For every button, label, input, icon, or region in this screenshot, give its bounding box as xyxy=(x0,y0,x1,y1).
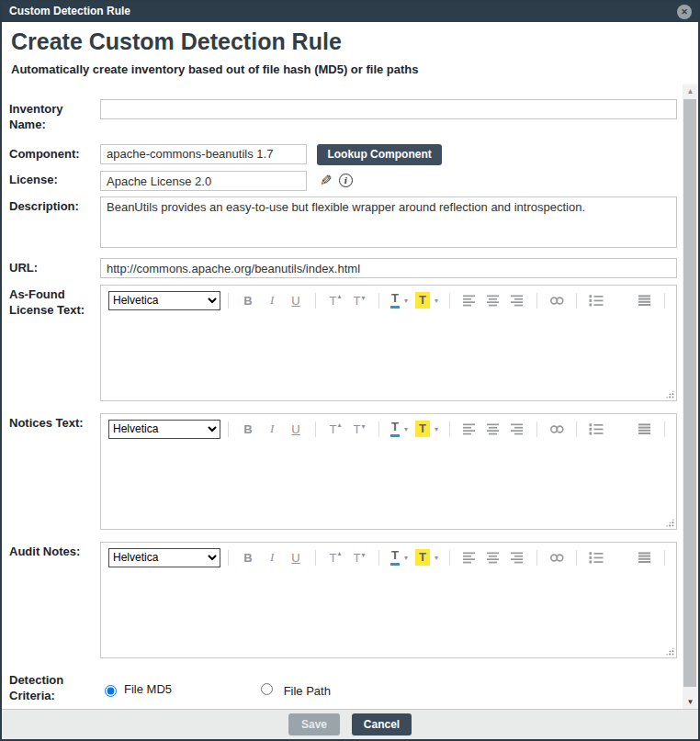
ordered-list-icon xyxy=(589,423,604,435)
dialog-titlebar: Custom Detection Rule ✕ xyxy=(2,2,698,22)
align-left-button[interactable] xyxy=(460,420,479,438)
save-button[interactable]: Save xyxy=(288,713,340,735)
scroll-up-icon[interactable]: ▲ xyxy=(683,87,698,95)
edit-license-icon[interactable]: ✎ xyxy=(320,172,332,189)
font-size-decrease-button[interactable]: T▾ xyxy=(350,291,368,309)
ordered-list-button[interactable] xyxy=(587,291,605,309)
align-right-button[interactable] xyxy=(508,420,526,438)
toolbar-divider xyxy=(664,550,665,566)
as-found-license-text-editable-area[interactable] xyxy=(101,315,676,400)
align-left-button[interactable] xyxy=(460,548,479,567)
align-center-icon xyxy=(487,552,501,564)
scroll-down-icon[interactable]: ▼ xyxy=(683,698,698,706)
detection-criteria-row: Detection Criteria: File MD5 File Path xyxy=(9,670,677,704)
ordered-list-button[interactable] xyxy=(587,420,605,438)
link-button[interactable] xyxy=(548,420,566,438)
text-color-icon: T xyxy=(390,421,400,437)
justify-button[interactable] xyxy=(636,548,654,567)
dialog-footer: Save Cancel xyxy=(2,709,698,739)
bold-button[interactable]: B xyxy=(239,548,257,567)
editor-toolbar: Helvetica B I U T▴ T▾ T ▾ T ▾ xyxy=(101,286,676,310)
font-size-increase-button[interactable]: T▴ xyxy=(326,291,344,309)
italic-button[interactable]: I xyxy=(263,291,281,309)
toolbar-divider xyxy=(378,421,379,437)
highlight-color-icon: T xyxy=(415,549,430,566)
inventory-name-label: Inventory Name: xyxy=(9,99,100,133)
cancel-button[interactable]: Cancel xyxy=(352,713,412,735)
align-center-button[interactable] xyxy=(484,420,502,438)
license-input[interactable] xyxy=(100,171,307,191)
close-icon[interactable]: ✕ xyxy=(677,5,692,19)
justify-button[interactable] xyxy=(636,291,654,309)
chevron-down-icon: ▾ xyxy=(435,554,438,562)
bold-button[interactable]: B xyxy=(239,291,257,309)
align-right-button[interactable] xyxy=(508,548,526,567)
scrollbar-thumb[interactable] xyxy=(683,99,696,687)
font-family-select[interactable]: Helvetica xyxy=(108,548,220,567)
align-right-button[interactable] xyxy=(508,291,526,309)
align-left-button[interactable] xyxy=(460,291,479,309)
page-title: Create Custom Detection Rule xyxy=(11,28,689,55)
font-size-decrease-button[interactable]: T▾ xyxy=(350,420,368,438)
font-size-increase-icon: T xyxy=(330,294,337,308)
inventory-name-input[interactable] xyxy=(100,99,677,119)
align-left-icon xyxy=(463,423,477,435)
font-size-increase-icon: T xyxy=(330,551,337,565)
notices-text-editor: Helvetica B I U T▴ T▾ T ▾ T ▾ xyxy=(100,413,677,530)
lookup-component-button[interactable]: Lookup Component xyxy=(317,144,441,165)
audit-notes-editor: Helvetica B I U T▴ T▾ T ▾ T ▾ xyxy=(100,542,677,658)
highlight-color-button[interactable]: T ▾ xyxy=(414,291,439,309)
toolbar-divider xyxy=(449,550,450,566)
dialog-title: Custom Detection Rule xyxy=(9,5,130,17)
ordered-list-icon xyxy=(589,295,604,307)
highlight-color-button[interactable]: T ▾ xyxy=(414,420,439,438)
text-color-button[interactable]: T ▾ xyxy=(390,420,409,438)
toolbar-divider xyxy=(315,421,316,437)
file-path-radio[interactable] xyxy=(261,683,273,695)
as-found-license-text-row: As-Found License Text: Helvetica B I U T… xyxy=(9,285,677,401)
component-input[interactable] xyxy=(100,144,307,164)
as-found-license-text-label: As-Found License Text: xyxy=(9,285,100,401)
font-size-decrease-icon: T xyxy=(354,551,361,565)
notices-text-label: Notices Text: xyxy=(9,413,100,530)
link-button[interactable] xyxy=(548,291,566,309)
vertical-scrollbar[interactable]: ▲ ▼ xyxy=(683,84,698,709)
font-family-select[interactable]: Helvetica xyxy=(108,291,220,310)
link-icon xyxy=(549,552,565,564)
underline-button[interactable]: U xyxy=(287,420,305,438)
align-right-icon xyxy=(511,423,525,435)
license-row: License: ✎ i xyxy=(9,170,677,192)
underline-button[interactable]: U xyxy=(287,548,305,567)
italic-button[interactable]: I xyxy=(263,420,281,438)
highlight-color-icon: T xyxy=(415,421,430,437)
link-button[interactable] xyxy=(548,548,566,567)
editor-toolbar: Helvetica B I U T▴ T▾ T ▾ T ▾ xyxy=(101,414,676,439)
font-size-increase-button[interactable]: T▴ xyxy=(326,548,344,567)
highlight-color-button[interactable]: T ▾ xyxy=(414,548,439,567)
file-md5-radio[interactable] xyxy=(105,685,117,697)
component-row: Component: Lookup Component xyxy=(9,144,677,165)
ordered-list-button[interactable] xyxy=(587,548,605,567)
bold-button[interactable]: B xyxy=(239,420,257,438)
underline-button[interactable]: U xyxy=(287,291,305,309)
toolbar-divider xyxy=(378,293,379,309)
align-center-button[interactable] xyxy=(484,291,502,309)
description-textarea[interactable]: BeanUtils provides an easy-to-use but fl… xyxy=(100,196,677,248)
italic-button[interactable]: I xyxy=(263,548,281,567)
chevron-down-icon: ▾ xyxy=(404,297,408,305)
font-family-select[interactable]: Helvetica xyxy=(108,420,220,439)
toolbar-divider xyxy=(536,421,537,437)
text-color-button[interactable]: T ▾ xyxy=(390,548,409,567)
justify-icon xyxy=(638,423,652,435)
license-label: License: xyxy=(9,170,100,192)
url-input[interactable] xyxy=(100,258,677,278)
justify-button[interactable] xyxy=(636,420,654,438)
align-center-button[interactable] xyxy=(484,548,502,567)
text-color-button[interactable]: T ▾ xyxy=(390,291,409,309)
toolbar-divider xyxy=(664,293,665,309)
font-size-increase-button[interactable]: T▴ xyxy=(326,420,344,438)
license-info-icon[interactable]: i xyxy=(339,174,353,187)
notices-text-editable-area[interactable] xyxy=(101,443,676,529)
audit-notes-editable-area[interactable] xyxy=(101,572,676,657)
font-size-decrease-button[interactable]: T▾ xyxy=(350,548,368,567)
